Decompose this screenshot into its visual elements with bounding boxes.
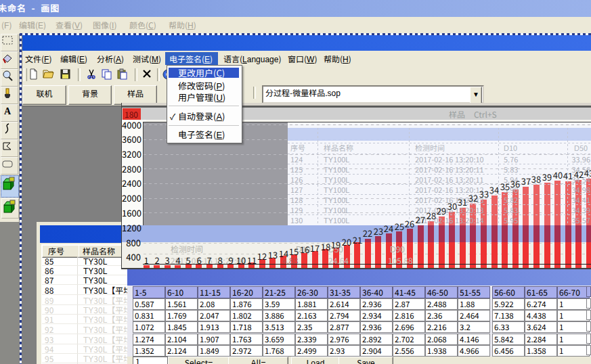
svg-text:A: A <box>4 106 12 116</box>
